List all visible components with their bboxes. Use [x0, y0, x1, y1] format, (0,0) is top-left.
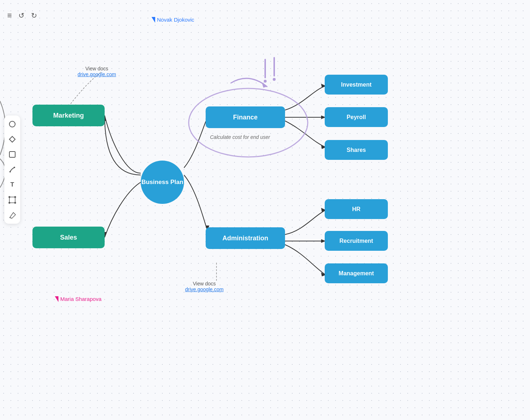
- cursor-novak: [152, 17, 155, 23]
- svg-point-16: [9, 121, 15, 127]
- node-marketing[interactable]: Marketing: [32, 105, 105, 126]
- node-sales[interactable]: Sales: [32, 227, 105, 248]
- annotation-view-docs-top-link[interactable]: drive.google.com: [78, 71, 116, 77]
- diamond-tool[interactable]: [7, 134, 17, 144]
- square-tool[interactable]: [7, 149, 17, 159]
- user-novak: Novak Djokovic: [152, 17, 194, 23]
- svg-point-23: [14, 196, 16, 198]
- svg-point-25: [14, 202, 16, 204]
- side-tools-panel: T: [4, 115, 20, 224]
- annotation-view-docs-bottom-text: View docs: [185, 281, 224, 286]
- user-maria-name: Maria Sharapova: [60, 296, 101, 302]
- node-shares[interactable]: Shares: [325, 140, 388, 160]
- canvas-background: [0, 0, 530, 420]
- svg-rect-21: [9, 197, 15, 203]
- circle-tool[interactable]: [7, 119, 17, 129]
- user-novak-name: Novak Djokovic: [157, 17, 194, 23]
- cursor-maria: [55, 296, 58, 302]
- menu-icon[interactable]: ≡: [7, 11, 12, 20]
- annotation-view-docs-top-text: View docs: [78, 66, 116, 71]
- node-hr[interactable]: HR: [325, 199, 388, 219]
- annotation-view-docs-bottom-link[interactable]: drive.google.com: [185, 286, 224, 292]
- connector-tool[interactable]: [7, 165, 17, 175]
- node-administration[interactable]: Administration: [206, 227, 285, 249]
- node-finance[interactable]: Finance: [206, 106, 285, 128]
- toolbar: ≡ ↺ ↻: [7, 11, 37, 20]
- node-management[interactable]: Management: [325, 263, 388, 283]
- annotation-view-docs-top: View docs drive.google.com: [78, 66, 116, 77]
- eraser-tool[interactable]: [7, 210, 17, 220]
- node-investment[interactable]: Investment: [325, 75, 388, 95]
- finance-note: Calculate cost for end user: [210, 134, 270, 140]
- undo-icon[interactable]: ↺: [18, 11, 25, 20]
- redo-icon[interactable]: ↻: [31, 11, 37, 20]
- node-recruitment[interactable]: Recruitment: [325, 231, 388, 251]
- svg-rect-18: [9, 152, 15, 157]
- svg-point-24: [9, 202, 10, 204]
- annotation-view-docs-bottom: View docs drive.google.com: [185, 281, 224, 292]
- svg-point-22: [9, 196, 10, 198]
- node-peyroll[interactable]: Peyroll: [325, 107, 388, 127]
- text-tool[interactable]: T: [7, 180, 17, 190]
- transform-tool[interactable]: [7, 195, 17, 205]
- svg-point-19: [9, 171, 11, 172]
- svg-marker-17: [9, 136, 15, 142]
- svg-point-20: [14, 167, 15, 168]
- user-maria: Maria Sharapova: [55, 296, 101, 302]
- node-business-plan[interactable]: Business Plan: [141, 161, 184, 204]
